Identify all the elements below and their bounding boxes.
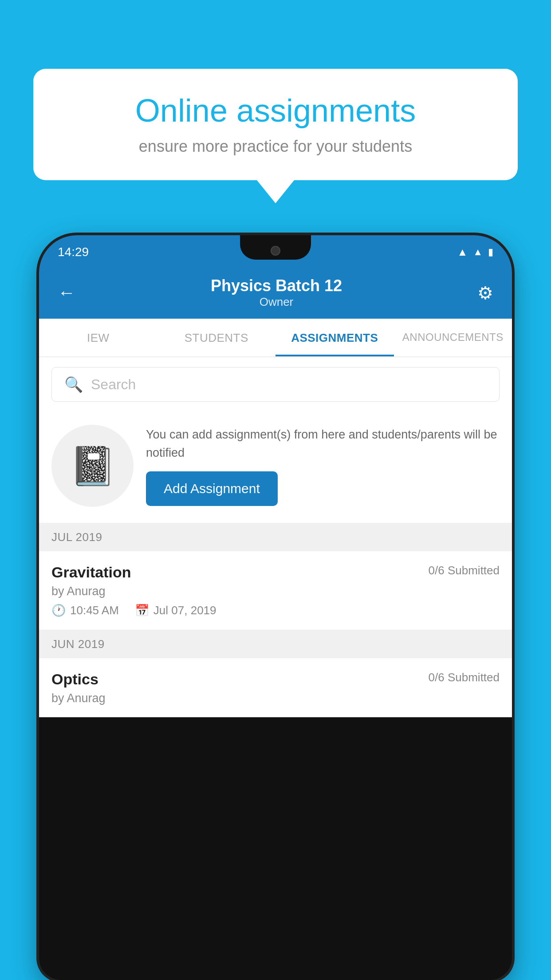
assignment-date: Jul 07, 2019 (153, 604, 216, 617)
meta-time: 🕐 10:45 AM (51, 604, 119, 617)
promo-text-area: You can add assignment(s) from here and … (146, 426, 499, 506)
app-header: ← Physics Batch 12 Owner ⚙ (39, 269, 512, 319)
optics-name: Optics (51, 671, 98, 688)
section-header-jul: JUL 2019 (39, 523, 512, 551)
assignment-by: by Anurag (51, 585, 500, 598)
speech-bubble-arrow (257, 180, 294, 203)
clock-icon: 🕐 (51, 604, 66, 617)
status-icons: ▲ ▲ ▮ (457, 246, 493, 258)
assignment-optics[interactable]: Optics 0/6 Submitted by Anurag (39, 658, 512, 717)
app-content: 🔍 Search 📓 You can add assignment(s) fro… (39, 357, 512, 717)
wifi-icon: ▲ (457, 246, 468, 258)
search-placeholder-text: Search (91, 376, 136, 393)
section-header-jun: JUN 2019 (39, 630, 512, 658)
tabs-bar: IEW STUDENTS ASSIGNMENTS ANNOUNCEMENTS (39, 319, 512, 357)
assignment-time: 10:45 AM (70, 604, 119, 617)
assignment-meta: 🕐 10:45 AM 📅 Jul 07, 2019 (51, 604, 500, 617)
status-time: 14:29 (58, 245, 89, 259)
assignment-gravitation[interactable]: Gravitation 0/6 Submitted by Anurag 🕐 10… (39, 551, 512, 630)
promo-banner: Online assignments ensure more practice … (33, 69, 518, 203)
add-assignment-button[interactable]: Add Assignment (146, 471, 278, 506)
tab-announcements[interactable]: ANNOUNCEMENTS (394, 319, 512, 356)
speech-bubble-card: Online assignments ensure more practice … (33, 69, 518, 180)
battery-icon: ▮ (488, 246, 493, 258)
assignment-submitted: 0/6 Submitted (429, 564, 500, 577)
phone-frame: 14:29 ▲ ▲ ▮ ← Physics Batch 12 Owner ⚙ I… (39, 235, 512, 980)
promo-icon-circle: 📓 (51, 425, 134, 507)
assignment-name: Gravitation (51, 564, 131, 581)
header-center: Physics Batch 12 Owner (75, 277, 477, 309)
tab-assignments[interactable]: ASSIGNMENTS (276, 319, 394, 356)
bubble-title: Online assignments (62, 93, 489, 128)
status-bar: 14:29 ▲ ▲ ▮ (39, 235, 512, 269)
owner-label: Owner (75, 295, 477, 309)
signal-icon: ▲ (473, 246, 483, 258)
back-button[interactable]: ← (58, 283, 75, 303)
search-bar[interactable]: 🔍 Search (51, 367, 500, 402)
assignment-optics-row-top: Optics 0/6 Submitted (51, 671, 500, 688)
search-bar-container: 🔍 Search (39, 357, 512, 411)
notebook-icon: 📓 (69, 444, 116, 488)
optics-submitted: 0/6 Submitted (429, 671, 500, 684)
phone-notch (240, 235, 311, 260)
promo-section: 📓 You can add assignment(s) from here an… (39, 411, 512, 523)
batch-title: Physics Batch 12 (75, 277, 477, 295)
settings-icon[interactable]: ⚙ (477, 283, 493, 303)
calendar-icon: 📅 (135, 604, 149, 617)
optics-by: by Anurag (51, 692, 500, 705)
promo-description: You can add assignment(s) from here and … (146, 426, 499, 462)
bubble-subtitle: ensure more practice for your students (62, 137, 489, 156)
search-icon: 🔍 (64, 375, 83, 393)
tab-iew[interactable]: IEW (39, 319, 157, 356)
camera-notch (271, 246, 280, 256)
assignment-row-top: Gravitation 0/6 Submitted (51, 564, 500, 581)
meta-date: 📅 Jul 07, 2019 (135, 604, 216, 617)
tab-students[interactable]: STUDENTS (157, 319, 276, 356)
